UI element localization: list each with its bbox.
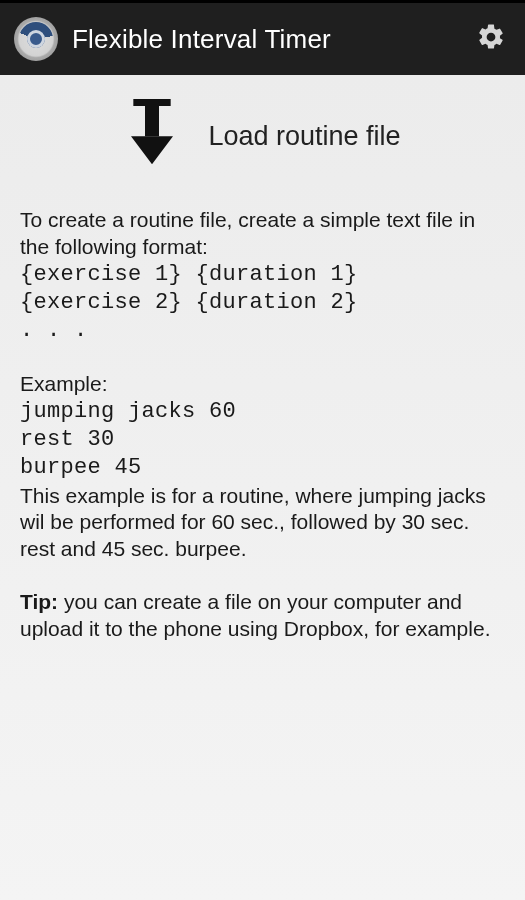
action-bar: Flexible Interval Timer <box>0 3 525 75</box>
example-heading: Example: <box>20 371 505 398</box>
app-icon <box>14 17 58 61</box>
load-routine-label: Load routine file <box>208 121 400 152</box>
format-block: To create a routine file, create a simpl… <box>20 207 505 345</box>
example-line-3: burpee 45 <box>20 454 505 482</box>
app-title: Flexible Interval Timer <box>72 24 467 55</box>
gear-icon <box>476 22 506 56</box>
svg-rect-0 <box>134 99 171 106</box>
tip-block: Tip: you can create a file on your compu… <box>20 589 505 643</box>
instructions-text: To create a routine file, create a simpl… <box>0 207 525 643</box>
tip-label: Tip: <box>20 590 58 613</box>
format-line-2: {exercise 2} {duration 2} <box>20 289 505 317</box>
example-line-2: rest 30 <box>20 426 505 454</box>
main-content: Load routine file To create a routine fi… <box>0 75 525 900</box>
tip-text: you can create a file on your computer a… <box>20 590 490 640</box>
download-icon <box>124 99 180 173</box>
example-line-1: jumping jacks 60 <box>20 398 505 426</box>
format-ellipsis: . . . <box>20 317 505 345</box>
load-routine-button[interactable]: Load routine file <box>0 75 525 207</box>
format-line-1: {exercise 1} {duration 1} <box>20 261 505 289</box>
svg-rect-1 <box>145 106 159 136</box>
example-explain: This example is for a routine, where jum… <box>20 483 505 564</box>
settings-button[interactable] <box>467 15 515 63</box>
intro-text: To create a routine file, create a simpl… <box>20 207 505 261</box>
example-block: Example: jumping jacks 60 rest 30 burpee… <box>20 371 505 563</box>
svg-marker-2 <box>131 136 173 164</box>
